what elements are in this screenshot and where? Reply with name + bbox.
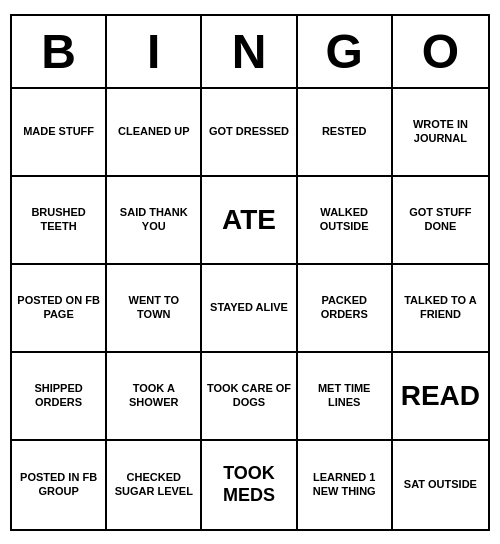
bingo-cell-15: SHIPPED ORDERS — [12, 353, 107, 441]
bingo-cell-9: GOT STUFF DONE — [393, 177, 488, 265]
bingo-cell-4: WROTE IN JOURNAL — [393, 89, 488, 177]
bingo-cell-16: TOOK A SHOWER — [107, 353, 202, 441]
bingo-letter-i: I — [107, 16, 202, 87]
bingo-cell-10: POSTED ON FB PAGE — [12, 265, 107, 353]
bingo-cell-12: STAYED ALIVE — [202, 265, 297, 353]
bingo-letter-g: G — [298, 16, 393, 87]
bingo-cell-5: BRUSHED TEETH — [12, 177, 107, 265]
bingo-cell-2: GOT DRESSED — [202, 89, 297, 177]
bingo-cell-24: SAT OUTSIDE — [393, 441, 488, 529]
bingo-cell-21: CHECKED SUGAR LEVEL — [107, 441, 202, 529]
bingo-cell-8: WALKED OUTSIDE — [298, 177, 393, 265]
bingo-cell-19: READ — [393, 353, 488, 441]
bingo-cell-23: LEARNED 1 NEW THING — [298, 441, 393, 529]
bingo-cell-1: CLEANED UP — [107, 89, 202, 177]
bingo-cell-13: PACKED ORDERS — [298, 265, 393, 353]
bingo-header: BINGO — [12, 16, 488, 89]
bingo-cell-7: ATE — [202, 177, 297, 265]
bingo-card: BINGO MADE STUFFCLEANED UPGOT DRESSEDRES… — [10, 14, 490, 531]
bingo-cell-20: POSTED IN FB GROUP — [12, 441, 107, 529]
bingo-grid: MADE STUFFCLEANED UPGOT DRESSEDRESTEDWRO… — [12, 89, 488, 529]
bingo-cell-6: SAID THANK YOU — [107, 177, 202, 265]
bingo-cell-11: WENT TO TOWN — [107, 265, 202, 353]
bingo-cell-18: MET TIME LINES — [298, 353, 393, 441]
bingo-letter-b: B — [12, 16, 107, 87]
bingo-cell-0: MADE STUFF — [12, 89, 107, 177]
bingo-letter-n: N — [202, 16, 297, 87]
bingo-cell-22: TOOK MEDS — [202, 441, 297, 529]
bingo-cell-14: TALKED TO A FRIEND — [393, 265, 488, 353]
bingo-cell-17: TOOK CARE OF DOGS — [202, 353, 297, 441]
bingo-cell-3: RESTED — [298, 89, 393, 177]
bingo-letter-o: O — [393, 16, 488, 87]
